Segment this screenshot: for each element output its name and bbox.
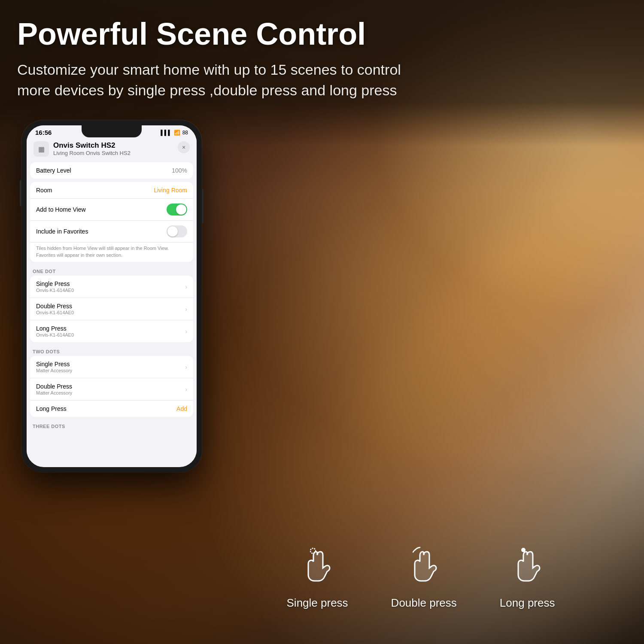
three-dots-label: THREE DOTS (27, 420, 197, 431)
add-home-toggle[interactable] (167, 204, 187, 216)
phone-screen: 16:56 ▌▌▌ 📶 88 ▦ (27, 125, 197, 467)
chevron-icon-4: › (185, 364, 187, 371)
phone-button-right (202, 189, 204, 223)
long-press-icon (508, 547, 547, 589)
two-dots-header: TWO DOTS (27, 346, 197, 356)
one-dot-single-press-sub: Onvis-K1-614AE0 (36, 288, 74, 293)
battery-section: Battery Level 100% (30, 162, 193, 179)
room-section: Room Living Room Add to Home View Includ… (30, 182, 193, 262)
app-icon-box: ▦ (33, 141, 49, 157)
room-label: Room (36, 187, 52, 194)
single-press-label: Single press (287, 596, 348, 610)
bottom-icons: Single press Double press Long press (215, 547, 627, 610)
one-dot-double-press-row[interactable]: Double Press Onvis-K1-614AE0 › (30, 298, 193, 320)
one-dot-long-press-label: Long Press (36, 325, 74, 332)
signal-icon: ▌▌▌ (161, 130, 172, 136)
battery-indicator: 88 (182, 130, 188, 136)
double-press-icon (404, 547, 443, 589)
app-header: ▦ Onvis Switch HS2 Living Room Onvis Swi… (27, 138, 197, 162)
wifi-icon: 📶 (174, 130, 180, 136)
status-time: 16:56 (35, 129, 52, 136)
double-press-label: Double press (391, 596, 457, 610)
one-dot-label: ONE DOT (27, 265, 197, 276)
two-dots-long-press-row[interactable]: Long Press Add (30, 401, 193, 417)
double-press-item: Double press (391, 547, 457, 610)
favorites-toggle[interactable] (167, 225, 187, 237)
svg-point-1 (521, 548, 526, 552)
subtitle: Customize your smart home with up to 15 … (17, 60, 404, 100)
single-press-icon (298, 547, 337, 589)
one-dot-header: ONE DOT (27, 265, 197, 276)
phone-notch (82, 125, 142, 137)
long-press-item: Long press (500, 547, 555, 610)
one-dot-double-press-left: Double Press Onvis-K1-614AE0 (36, 303, 74, 315)
two-dots-double-press-left: Double Press Matter Accessory (36, 383, 72, 395)
phone-button-left (20, 180, 21, 206)
app-content: ▦ Onvis Switch HS2 Living Room Onvis Swi… (27, 138, 197, 461)
two-dots-single-press-left: Single Press Matter Accessory (36, 361, 72, 373)
one-dot-double-press-sub: Onvis-K1-614AE0 (36, 310, 74, 315)
room-row: Room Living Room (30, 182, 193, 199)
two-dots-single-press-sub: Matter Accessory (36, 368, 72, 373)
main-title: Powerful Scene Control (17, 17, 627, 51)
one-dot-single-press-label: Single Press (36, 280, 74, 287)
two-dots-double-press-row[interactable]: Double Press Matter Accessory › (30, 378, 193, 401)
battery-row: Battery Level 100% (30, 162, 193, 179)
three-dots-header: THREE DOTS (27, 420, 197, 431)
favorites-label: Include in Favorites (36, 228, 88, 235)
two-dots-long-press-add[interactable]: Add (176, 405, 187, 412)
phone-wrapper: 16:56 ▌▌▌ 📶 88 ▦ (21, 120, 202, 472)
battery-value: 100% (172, 167, 187, 174)
one-dot-long-press-row[interactable]: Long Press Onvis-K1-614AE0 › (30, 320, 193, 342)
one-dot-long-press-sub: Onvis-K1-614AE0 (36, 332, 74, 337)
device-name: Onvis Switch HS2 (53, 141, 131, 150)
chevron-icon-1: › (185, 283, 187, 290)
toggle-knob-off (167, 226, 178, 237)
room-value: Living Room (154, 187, 187, 194)
chevron-icon-2: › (185, 306, 187, 313)
device-icon: ▦ (38, 145, 45, 153)
device-subtitle: Living Room Onvis Switch HS2 (53, 150, 131, 157)
close-icon: × (182, 144, 185, 151)
one-dot-double-press-label: Double Press (36, 303, 74, 310)
phone: 16:56 ▌▌▌ 📶 88 ▦ (21, 120, 202, 472)
single-press-item: Single press (287, 547, 348, 610)
two-dots-long-press-left: Long Press (36, 405, 67, 412)
two-dots-double-press-label: Double Press (36, 383, 72, 390)
two-dots-single-press-label: Single Press (36, 361, 72, 368)
helper-text: Tiles hidden from Home View will still a… (30, 243, 193, 262)
two-dots-double-press-sub: Matter Accessory (36, 390, 72, 395)
one-dot-long-press-left: Long Press Onvis-K1-614AE0 (36, 325, 74, 337)
app-header-left: ▦ Onvis Switch HS2 Living Room Onvis Swi… (33, 141, 131, 157)
one-dot-section: Single Press Onvis-K1-614AE0 › Double Pr… (30, 276, 193, 342)
two-dots-single-press-row[interactable]: Single Press Matter Accessory › (30, 356, 193, 378)
long-press-label: Long press (500, 596, 555, 610)
close-button[interactable]: × (178, 141, 190, 153)
status-icons: ▌▌▌ 📶 88 (161, 130, 188, 136)
two-dots-label: TWO DOTS (27, 346, 197, 356)
favorites-row: Include in Favorites (30, 221, 193, 243)
chevron-icon-3: › (185, 328, 187, 335)
one-dot-single-press-row[interactable]: Single Press Onvis-K1-614AE0 › (30, 276, 193, 298)
add-home-label: Add to Home View (36, 206, 86, 213)
two-dots-long-press-label: Long Press (36, 405, 67, 412)
one-dot-single-press-left: Single Press Onvis-K1-614AE0 (36, 280, 74, 293)
two-dots-section: Single Press Matter Accessory › Double P… (30, 356, 193, 417)
chevron-icon-5: › (185, 386, 187, 393)
toggle-knob-on (176, 204, 186, 215)
app-header-titles: Onvis Switch HS2 Living Room Onvis Switc… (53, 141, 131, 157)
battery-label: Battery Level (36, 167, 71, 174)
header-section: Powerful Scene Control Customize your sm… (17, 17, 627, 100)
add-home-row: Add to Home View (30, 199, 193, 221)
